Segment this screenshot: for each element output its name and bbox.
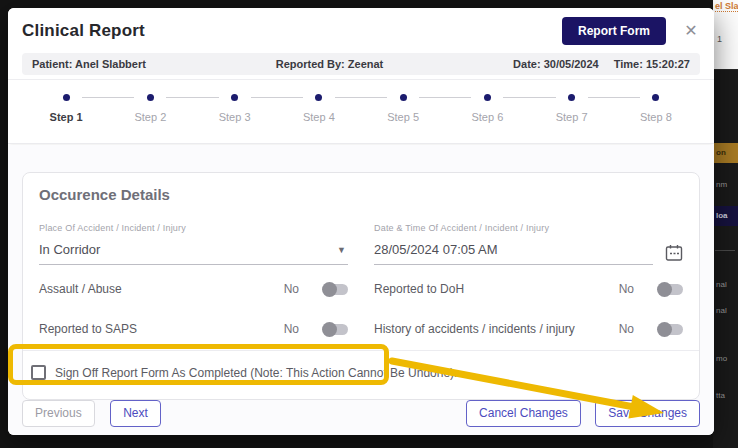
save-changes-button[interactable]: Save Changes <box>595 400 700 427</box>
toggle-grid: Assault / Abuse No Reported to DoH No Re… <box>39 269 683 349</box>
toggle-knob <box>322 282 337 297</box>
step-dot <box>315 94 322 101</box>
form-fields: Place Of Accident / Incident / Injury In… <box>39 223 683 265</box>
stepper-step-1[interactable]: Step 1 <box>24 94 108 143</box>
history-of-accidents-toggle[interactable] <box>658 324 683 335</box>
toggle-knob <box>322 322 337 337</box>
section-title: Occurence Details <box>39 186 683 203</box>
patient-name-label: Patient: Anel Slabbert <box>32 58 146 70</box>
assault-abuse-row: Assault / Abuse No <box>39 269 348 309</box>
stepper-step-2[interactable]: Step 2 <box>108 94 192 143</box>
date-time-of-accident-label: Date & Time Of Accident / Incident / Inj… <box>374 223 683 233</box>
background-navy-chip: loa <box>713 206 738 226</box>
reported-to-saps-row: Reported to SAPS No <box>39 309 348 349</box>
stepper-step-6[interactable]: Step 6 <box>445 94 529 143</box>
step-dot <box>63 94 70 101</box>
background-text-fragment: nal <box>716 306 727 315</box>
step-dot <box>147 94 154 101</box>
place-of-accident-field: Place Of Accident / Incident / Injury In… <box>39 223 348 265</box>
date-time-input[interactable]: 28/05/2024 07:05 AM <box>374 235 653 265</box>
background-divider-fragment <box>715 250 735 251</box>
date-label: Date: 30/05/2024 <box>513 58 599 70</box>
background-orange-chip: on <box>713 143 738 163</box>
background-text-fragment: mo <box>716 354 727 363</box>
footer-left-buttons: Previous Next <box>22 400 161 427</box>
report-form-button[interactable]: Report Form <box>562 17 666 45</box>
history-of-accidents-row: History of accidents / incidents / injur… <box>374 309 683 349</box>
date-time-of-accident-field: Date & Time Of Accident / Incident / Inj… <box>374 223 683 265</box>
stepper-step-3[interactable]: Step 3 <box>193 94 277 143</box>
place-of-accident-select[interactable]: In Corridor ▼ <box>39 235 348 265</box>
background-text-fragment: el Slabb <box>715 1 738 12</box>
stepper-step-8[interactable]: Step 8 <box>614 94 698 143</box>
signoff-row: Sign Off Report Form As Completed (Note:… <box>31 365 683 380</box>
close-icon[interactable]: ✕ <box>680 20 702 42</box>
modal-footer: Previous Next Cancel Changes Save Change… <box>8 391 714 435</box>
next-button[interactable]: Next <box>110 400 161 427</box>
step-dot <box>231 94 238 101</box>
background-text-fragment: nm <box>716 180 727 189</box>
reported-by-label: Reported By: Zeenat <box>146 58 513 70</box>
patient-info-bar: Patient: Anel Slabbert Reported By: Zeen… <box>22 53 700 75</box>
background-text-fragment: nal <box>716 280 727 289</box>
signoff-label: Sign Off Report Form As Completed (Note:… <box>55 366 457 380</box>
background-text-fragment: tta <box>716 391 725 400</box>
footer-right-buttons: Cancel Changes Save Changes <box>466 400 700 427</box>
stepper-step-7[interactable]: Step 7 <box>530 94 614 143</box>
cancel-changes-button[interactable]: Cancel Changes <box>466 400 581 427</box>
page-title: Clinical Report <box>22 21 145 41</box>
toggle-knob <box>657 282 672 297</box>
date-time-label: Date: 30/05/2024 Time: 15:20:27 <box>513 58 690 70</box>
background-number-fragment: 1 <box>717 34 722 44</box>
clinical-report-modal: Clinical Report Report Form ✕ Patient: A… <box>8 8 714 435</box>
toggle-state-label: No <box>619 322 634 336</box>
modal-top-block: Clinical Report Report Form ✕ Patient: A… <box>8 8 714 80</box>
place-of-accident-label: Place Of Accident / Incident / Injury <box>39 223 348 233</box>
previous-button[interactable]: Previous <box>22 400 95 427</box>
reported-to-doh-toggle[interactable] <box>658 284 683 295</box>
assault-abuse-toggle[interactable] <box>323 284 348 295</box>
background-header-fragment: el Slabb 1 <box>713 0 738 70</box>
toggle-state-label: No <box>284 322 299 336</box>
reported-to-saps-toggle[interactable] <box>323 324 348 335</box>
signoff-checkbox[interactable] <box>31 365 46 380</box>
modal-header: Clinical Report Report Form ✕ <box>8 8 714 51</box>
reported-to-doh-row: Reported to DoH No <box>374 269 683 309</box>
calendar-icon[interactable] <box>665 244 683 262</box>
modal-body: Occurence Details Place Of Accident / In… <box>8 145 714 435</box>
step-dot <box>652 94 659 101</box>
divider <box>23 350 699 351</box>
time-label: Time: 15:20:27 <box>614 58 690 70</box>
toggle-state-label: No <box>284 282 299 296</box>
stepper-step-5[interactable]: Step 5 <box>361 94 445 143</box>
toggle-state-label: No <box>619 282 634 296</box>
step-dot <box>400 94 407 101</box>
stepper-step-4[interactable]: Step 4 <box>277 94 361 143</box>
step-dot <box>568 94 575 101</box>
wizard-stepper: Step 1 Step 2 Step 3 Step 4 Step 5 Step … <box>8 80 714 144</box>
chevron-down-icon: ▼ <box>337 245 346 255</box>
step-dot <box>484 94 491 101</box>
background-page-sliver: el Slabb 1 nm on loa nal nal mo tta <box>713 0 738 448</box>
occurence-details-card: Occurence Details Place Of Accident / In… <box>22 172 700 400</box>
toggle-knob <box>657 322 672 337</box>
